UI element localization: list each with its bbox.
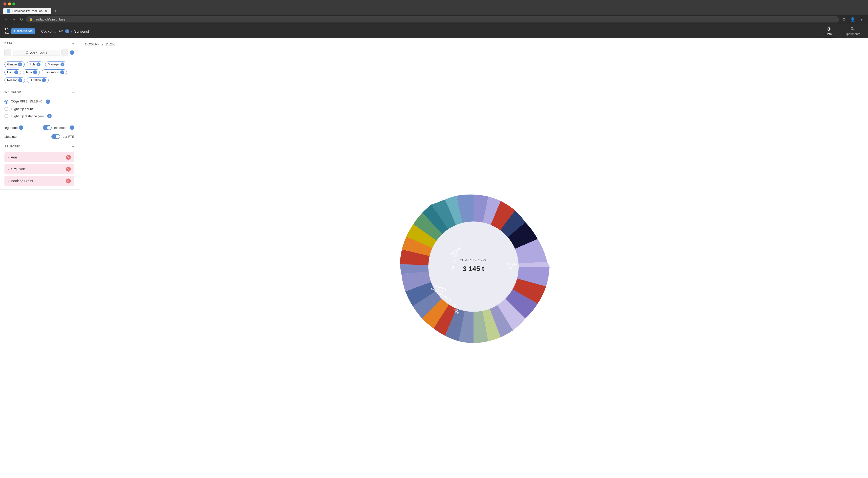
selected-age-item[interactable]: › Age ✕ (4, 152, 74, 162)
sidebar: DATA ⌄ ‹ 🗓 2017 - 2021 › i Gender + (0, 38, 79, 478)
orgcode-remove-button[interactable]: ✕ (66, 167, 71, 172)
date-nav: ‹ 🗓 2017 - 2021 › i (0, 47, 79, 60)
filter-destination-add-icon[interactable]: + (60, 70, 64, 74)
menu-button[interactable]: ⋮ (858, 16, 865, 23)
leg-mode-info-button[interactable]: i (19, 125, 23, 130)
selected-chevron-icon: ⌄ (72, 145, 74, 148)
nav-data-item[interactable]: ◑ Data (823, 24, 835, 38)
air-info-badge[interactable]: i (65, 29, 69, 33)
selected-bookingclass-item[interactable]: › Booking Class ✕ (4, 176, 74, 186)
tab-favicon (7, 9, 10, 13)
filter-haul[interactable]: Haul + (4, 69, 21, 75)
filter-destination[interactable]: Destination + (42, 69, 67, 75)
per-fte-label: per FTE (63, 135, 74, 139)
selected-section-label: SELECTED (4, 145, 21, 148)
breadcrumb-air-link[interactable]: Air i (59, 29, 69, 34)
app: zh aw sustainable Cockpit / Air i / Sunb… (0, 24, 868, 478)
nav-data-label: Data (826, 32, 832, 36)
nav-experiments-item[interactable]: ⚗ Experiments (841, 24, 863, 38)
filter-time[interactable]: Time + (23, 69, 40, 75)
filter-role[interactable]: Role + (27, 61, 43, 67)
co2e-info-button[interactable]: i (46, 99, 50, 104)
url-bar[interactable]: 🔒 (26, 16, 839, 23)
filter-manager[interactable]: Manager + (45, 61, 67, 67)
orgcode-item-label: Org Code (11, 167, 66, 171)
center-label: CO₂e RFI 2, 15.2% (460, 258, 487, 262)
selected-section-header[interactable]: SELECTED ⌄ (0, 141, 79, 150)
date-range-display: 🗓 2017 - 2021 (13, 50, 60, 56)
url-input[interactable] (35, 18, 835, 21)
maximize-window-button[interactable] (12, 2, 15, 5)
indicator-options: CO2e RFI 2, 15.2% (t) i Flight trip coun… (0, 96, 79, 123)
indicator-flight-count[interactable]: Flight trip count (4, 106, 74, 112)
filter-gender-label: Gender (7, 63, 17, 66)
filter-time-add-icon[interactable]: + (33, 70, 37, 74)
age33-42-value: 649 t (509, 267, 515, 270)
data-section-label: DATA (4, 42, 12, 45)
filter-reason-add-icon[interactable]: + (18, 78, 22, 82)
close-window-button[interactable] (3, 2, 6, 5)
filter-time-label: Time (26, 70, 32, 74)
date-prev-button[interactable]: ‹ (4, 49, 11, 56)
data-section-header[interactable]: DATA ⌄ (0, 38, 79, 47)
sunburst-chart: Unknown 3 29 t 63 - 72y 269 t Business 2… (380, 173, 567, 360)
age-item-label: Age (11, 155, 66, 159)
trip-mode-info-button[interactable]: i (70, 125, 74, 130)
date-next-button[interactable]: › (61, 49, 68, 56)
filter-destination-label: Destination (44, 70, 59, 74)
bookingclass-remove-button[interactable]: ✕ (66, 179, 71, 183)
radio-flight-distance-circle (4, 114, 8, 118)
breadcrumb-cockpit-link[interactable]: Cockpit (41, 29, 53, 33)
profile-button[interactable]: 👤 (849, 16, 857, 23)
age-remove-button[interactable]: ✕ (66, 155, 71, 160)
indicator-flight-distance[interactable]: Flight trip distance (km) i (4, 112, 74, 120)
indicator-chevron-icon: ⌄ (72, 90, 74, 94)
chart-area: Unknown 3 29 t 63 - 72y 269 t Business 2… (79, 49, 868, 478)
selected-orgcode-item[interactable]: › Org Code ✕ (4, 164, 74, 174)
flight-distance-info-button[interactable]: i (47, 114, 52, 118)
breadcrumb-sep2: / (71, 29, 72, 33)
chart-title: CO2e RFI 2, 15.2% (85, 42, 115, 46)
filter-gender-add-icon[interactable]: + (18, 62, 22, 66)
filter-tags: Gender + Role + Manager + Haul + (0, 60, 79, 87)
back-button[interactable]: ← (3, 16, 9, 23)
age33-42-label: 33 - 42y (507, 263, 517, 266)
forward-button[interactable]: → (11, 16, 17, 23)
trip-mode-label: trip mode (54, 126, 67, 130)
filter-reason-label: Reason (7, 79, 17, 82)
date-info-button[interactable]: i (70, 50, 74, 55)
selected-items-list: › Age ✕ › Org Code ✕ › Booking Class ✕ (0, 150, 79, 189)
browser-chrome: Sustainability Real Lab ✕ + ← → ↻ 🔒 ⚙ 👤 … (0, 0, 868, 24)
indicator-co2e[interactable]: CO2e RFI 2, 15.2% (t) i (4, 98, 74, 106)
leg-mode-label: leg mode i (4, 125, 40, 130)
filter-manager-label: Manager (48, 63, 60, 66)
indicator-flight-distance-label: Flight trip distance (km) (11, 114, 44, 118)
filter-haul-add-icon[interactable]: + (14, 70, 18, 74)
active-tab[interactable]: Sustainability Real Lab ✕ (3, 8, 51, 14)
nav-experiments-label: Experiments (843, 32, 860, 36)
extensions-button[interactable]: ⚙ (841, 16, 847, 23)
leg-mode-toggle[interactable] (43, 125, 52, 130)
minimize-window-button[interactable] (8, 2, 11, 5)
breadcrumb-sep1: / (55, 29, 56, 33)
new-tab-button[interactable]: + (52, 7, 59, 14)
filter-reason[interactable]: Reason + (4, 77, 25, 83)
center-value: 3 145 t (463, 265, 484, 273)
tab-close-button[interactable]: ✕ (44, 10, 48, 12)
filter-gender[interactable]: Gender + (4, 61, 25, 67)
filter-duration[interactable]: Duration + (27, 77, 49, 83)
indicator-section-header[interactable]: INDICATOR ⌄ (0, 87, 79, 96)
reload-button[interactable]: ↻ (19, 16, 24, 23)
main-content: CO2e RFI 2, 15.2% (79, 38, 868, 478)
filter-role-add-icon[interactable]: + (36, 62, 40, 66)
address-bar-row: ← → ↻ 🔒 ⚙ 👤 ⋮ (0, 14, 868, 24)
filter-duration-add-icon[interactable]: + (42, 78, 46, 82)
breadcrumb-air-label: Air (59, 29, 63, 33)
absolute-toggle[interactable] (51, 134, 60, 139)
experiments-icon: ⚗ (850, 26, 854, 31)
sunburst-svg: Unknown 3 29 t 63 - 72y 269 t Business 2… (380, 173, 567, 360)
tab-title: Sustainability Real Lab (12, 9, 42, 13)
absolute-label: absolute (4, 135, 49, 139)
indicator-co2e-label: CO2e RFI 2, 15.2% (t) (11, 99, 42, 104)
filter-manager-add-icon[interactable]: + (60, 62, 64, 66)
